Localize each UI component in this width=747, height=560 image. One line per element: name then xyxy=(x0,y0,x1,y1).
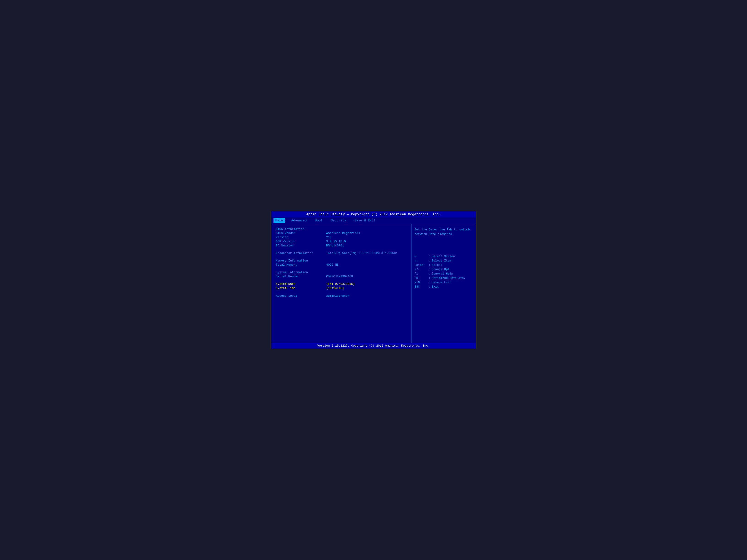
bios-vendor-label: BIOS Vendor xyxy=(276,232,326,235)
keybind-key-enter: Enter xyxy=(414,263,427,267)
help-text: Set the Date. Use Tab to switch between … xyxy=(414,228,473,236)
keybind-desc-enter: Select xyxy=(432,263,442,267)
right-panel: Set the Date. Use Tab to switch between … xyxy=(412,224,476,343)
keybind-desc-change-opt: Change Opt. xyxy=(432,268,451,271)
bios-info-header-row: BIOS Information xyxy=(276,228,407,231)
keybind-sep-1: : xyxy=(427,259,432,262)
system-date-row[interactable]: System Date [Fri 07/03/2015] xyxy=(276,282,407,286)
keybind-esc: ESC : Exit xyxy=(414,285,473,289)
keybind-sep-2: : xyxy=(427,263,432,267)
bios-vendor-value: American Megatrends xyxy=(326,232,360,235)
nav-advanced[interactable]: Advanced xyxy=(289,218,309,223)
nav-boot[interactable]: Boot xyxy=(313,218,325,223)
memory-section-label: Memory Information xyxy=(276,259,326,262)
system-time-label: System Time xyxy=(276,286,326,290)
processor-info-section: Processor Information Intel(R) Core(TM) … xyxy=(276,251,407,255)
nav-save-exit[interactable]: Save & Exit xyxy=(353,218,378,223)
keybind-desc-select-item: Select Item xyxy=(432,259,451,262)
bios-container: Aptio Setup Utility – Copyright (C) 2012… xyxy=(271,211,476,349)
bios-gop-value: 3.0.15.1016 xyxy=(326,240,346,243)
footer-text: Version 2.15.1227. Copyright (C) 2012 Am… xyxy=(317,344,430,347)
keybind-desc-exit: Exit xyxy=(432,285,439,289)
keybind-f10: F10 : Save & Exit xyxy=(414,281,473,284)
keybind-sep-3: : xyxy=(427,268,432,271)
keybind-key-f9: F9 xyxy=(414,276,427,280)
system-serial-label: Serial Number xyxy=(276,275,326,278)
keybind-select-item: ↑↓ : Select Item xyxy=(414,259,473,262)
bios-version-value: 218 xyxy=(326,236,331,239)
system-date-label: System Date xyxy=(276,282,326,286)
memory-info-section: Memory Information Total Memory 4096 MB xyxy=(276,259,407,267)
system-info-section: System Information Serial Number CBN0CJ2… xyxy=(276,271,407,278)
keybind-section: ↔ : Select Screen ↑↓ : Select Item Enter… xyxy=(414,255,473,289)
main-content: BIOS Information BIOS Vendor American Me… xyxy=(271,224,476,343)
keybind-desc-select-screen: Select Screen xyxy=(432,255,455,258)
keybind-desc-general-help: General Help xyxy=(432,272,453,275)
keybind-key-plus-minus: +/- xyxy=(414,268,427,271)
keybind-sep-0: : xyxy=(427,255,432,258)
access-level-row: Access Level Administrator xyxy=(276,294,407,298)
nav-main[interactable]: Main xyxy=(274,218,285,223)
keybind-key-f1: F1 xyxy=(414,272,427,275)
bios-ec-row: EC Version B54U140001 xyxy=(276,244,407,247)
system-serial-value: CBN0CJ29996746B xyxy=(326,275,353,278)
keybind-desc-save-exit: Save & Exit xyxy=(432,281,451,284)
memory-total-label: Total Memory xyxy=(276,263,326,267)
processor-label: Processor Information xyxy=(276,251,326,255)
bios-vendor-row: BIOS Vendor American Megatrends xyxy=(276,232,407,235)
system-info-label: System Information xyxy=(276,271,326,274)
bios-info-section: BIOS Information BIOS Vendor American Me… xyxy=(276,228,407,247)
keybind-desc-optimized-defaults: Optimized Defaults, xyxy=(432,276,465,280)
bios-gop-label: GOP Version xyxy=(276,240,326,243)
system-time-value: [16:14:48] xyxy=(326,286,344,290)
keybind-sep-5: : xyxy=(427,276,432,280)
keybind-f9: F9 : Optimized Defaults, xyxy=(414,276,473,280)
keybind-select-screen: ↔ : Select Screen xyxy=(414,255,473,258)
keybind-sep-4: : xyxy=(427,272,432,275)
system-date-value: [Fri 07/03/2015] xyxy=(326,282,355,286)
screen-wrapper: Aptio Setup Utility – Copyright (C) 2012… xyxy=(271,211,476,349)
nav-security[interactable]: Security xyxy=(329,218,348,223)
processor-row: Processor Information Intel(R) Core(TM) … xyxy=(276,251,407,255)
system-time-row[interactable]: System Time [16:14:48] xyxy=(276,286,407,290)
memory-total-value: 4096 MB xyxy=(326,263,339,267)
bios-ec-label: EC Version xyxy=(276,244,326,247)
keybind-enter: Enter : Select xyxy=(414,263,473,267)
keybind-key-esc: ESC xyxy=(414,285,427,289)
keybind-key-f10: F10 xyxy=(414,281,427,284)
keybind-sep-6: : xyxy=(427,281,432,284)
memory-total-row: Total Memory 4096 MB xyxy=(276,263,407,267)
system-serial-row: Serial Number CBN0CJ29996746B xyxy=(276,275,407,278)
memory-section-header-row: Memory Information xyxy=(276,259,407,262)
keybind-f1: F1 : General Help xyxy=(414,272,473,275)
nav-bar: Main Advanced Boot Security Save & Exit xyxy=(271,217,476,224)
bios-ec-value: B54U140001 xyxy=(326,244,344,247)
access-level-value: Administrator xyxy=(326,294,349,298)
keybind-key-arrows-ud: ↑↓ xyxy=(414,259,427,262)
left-panel: BIOS Information BIOS Vendor American Me… xyxy=(271,224,412,343)
keybind-key-arrows-lr: ↔ xyxy=(414,255,427,258)
bios-version-row: Version 218 xyxy=(276,236,407,239)
keybind-plus-minus: +/- : Change Opt. xyxy=(414,268,473,271)
bios-info-label: BIOS Information xyxy=(276,228,326,231)
processor-value: Intel(R) Core(TM) i7-3517U CPU @ 1.90GHz xyxy=(326,251,397,255)
footer-bar: Version 2.15.1227. Copyright (C) 2012 Am… xyxy=(271,343,476,349)
keybind-sep-7: : xyxy=(427,285,432,289)
bios-version-label: Version xyxy=(276,236,326,239)
system-section-header-row: System Information xyxy=(276,271,407,274)
title-bar: Aptio Setup Utility – Copyright (C) 2012… xyxy=(271,211,476,217)
bios-gop-row: GOP Version 3.0.15.1016 xyxy=(276,240,407,243)
title-text: Aptio Setup Utility – Copyright (C) 2012… xyxy=(306,213,441,216)
access-level-label: Access Level xyxy=(276,294,326,298)
